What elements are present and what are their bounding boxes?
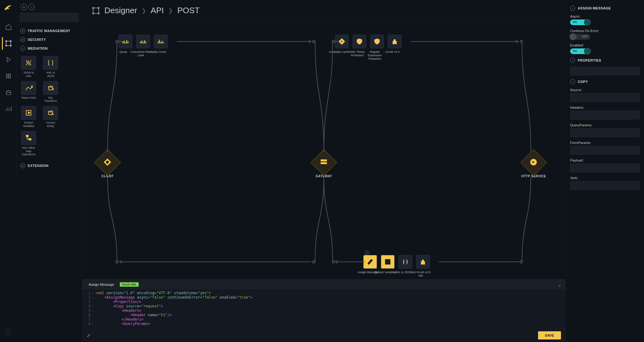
bc-designer[interactable]: Designer <box>104 6 137 15</box>
svg-point-10 <box>10 76 11 77</box>
svg-point-8 <box>6 76 7 77</box>
nav-run[interactable] <box>2 53 14 66</box>
svg-rect-17 <box>29 138 31 141</box>
flow-anchor <box>312 260 315 263</box>
flow-oauth[interactable]: OAuth v2.0 <box>386 35 403 54</box>
svg-rect-24 <box>321 159 327 161</box>
code-editor[interactable]: 1▾<xml version="1.0" encoding="UTF-8" st… <box>82 290 565 328</box>
policy-xsl-transform[interactable]: XSL Transform <box>42 81 59 103</box>
svg-point-6 <box>8 74 9 75</box>
svg-rect-27 <box>393 41 397 44</box>
properties-panel: −ASSIGN MESSAGE Async: ON Continue On Er… <box>565 0 644 342</box>
flow-anchor <box>520 260 523 263</box>
save-button[interactable]: SAVE <box>538 331 561 339</box>
collapse-icon[interactable]: − <box>570 58 575 63</box>
nav-home[interactable] <box>2 21 14 33</box>
svg-point-13 <box>10 77 11 78</box>
nav-rail: » <box>0 0 16 342</box>
enabled-toggle[interactable]: ON <box>570 48 590 54</box>
flow-anchor <box>312 40 315 43</box>
nav-designer[interactable] <box>2 37 14 50</box>
section-traffic[interactable]: +TRAFFIC MANAGEMENT <box>19 26 79 35</box>
nav-expand[interactable]: » <box>4 329 12 336</box>
source-input[interactable] <box>570 93 640 102</box>
expand-icon[interactable]: ⤢ <box>87 333 91 338</box>
collapse-code-icon[interactable]: ⌄ <box>558 282 562 288</box>
svg-rect-0 <box>6 41 11 46</box>
policy-access-entity[interactable]: Access Entity <box>42 106 59 128</box>
async-toggle[interactable]: ON <box>570 19 590 25</box>
flow-crl[interactable]: Concurrent Rate Limit <box>134 35 152 57</box>
add-button[interactable]: + <box>21 4 27 10</box>
flow-anchor <box>115 40 119 43</box>
svg-point-7 <box>10 74 11 75</box>
policy-sidebar: + − +TRAFFIC MANAGEMENT +SECURITY −MEDIA… <box>16 0 82 342</box>
flow-anchor <box>115 260 119 263</box>
section-security[interactable]: +SECURITY <box>19 35 79 44</box>
code-panel: Assign Message VALID XML ⌄ 1▾<xml versio… <box>82 279 565 342</box>
continue-on-error-toggle[interactable]: OFF <box>570 34 590 40</box>
flow-spike[interactable]: Spike Arrest <box>152 35 169 54</box>
flow-oauth-info[interactable]: Get OAuth v2.0 Info <box>414 255 432 278</box>
nav-analytics[interactable] <box>2 102 14 115</box>
section-mediation[interactable]: −MEDIATION <box>19 44 79 53</box>
svg-rect-29 <box>421 262 425 264</box>
queryparams-input[interactable] <box>570 128 640 137</box>
app-logo <box>3 3 13 13</box>
flow-canvas[interactable]: CLIENTGATEWAYHTTP SERVICEQuotaConcurrent… <box>82 23 565 279</box>
policy-json-to-xml[interactable]: JSON to XML <box>20 56 37 78</box>
payload-input[interactable] <box>570 163 640 172</box>
collapse-icon[interactable]: − <box>570 79 575 84</box>
policy-raise-fault[interactable]: Raise Fault <box>20 81 37 103</box>
flow-anchor <box>332 260 335 263</box>
flow-regex[interactable]: Regular Expression Protection <box>368 35 386 60</box>
svg-point-12 <box>8 77 9 78</box>
delete-policy-icon[interactable]: × <box>365 251 369 255</box>
breadcrumb: Designer ❯ API ❯ POST <box>82 0 565 23</box>
svg-rect-25 <box>321 162 327 164</box>
remove-button[interactable]: − <box>28 4 35 10</box>
svg-rect-16 <box>26 135 29 137</box>
policy-kvm[interactable]: Key Value Map Operations <box>20 131 37 156</box>
chevron-right-icon: ❯ <box>168 7 173 14</box>
svg-point-9 <box>8 76 9 77</box>
bc-method[interactable]: POST <box>177 6 200 15</box>
section-extension[interactable]: +EXTENSION <box>19 161 79 170</box>
policy-xml-to-json[interactable]: XML to JSON <box>42 56 59 78</box>
svg-point-11 <box>6 77 7 78</box>
code-tab[interactable]: Assign Message <box>86 281 117 288</box>
policy-extract-vars[interactable]: Extract Variables <box>20 106 37 128</box>
headers-input[interactable] <box>570 111 640 119</box>
nav-apps[interactable] <box>2 70 14 82</box>
valid-badge: VALID XML <box>120 282 139 287</box>
collapse-icon[interactable]: − <box>570 6 575 11</box>
designer-icon <box>92 7 100 15</box>
policy-search-input[interactable] <box>19 13 79 22</box>
formparams-input[interactable] <box>570 146 640 155</box>
svg-point-5 <box>6 74 7 75</box>
flow-anchor <box>520 40 523 43</box>
chevron-right-icon: ❯ <box>142 7 146 14</box>
bc-api[interactable]: API <box>151 6 164 15</box>
svg-point-14 <box>31 86 33 87</box>
svg-rect-18 <box>93 8 98 13</box>
nav-org[interactable] <box>2 86 14 99</box>
verb-input[interactable] <box>570 181 640 190</box>
flow-anchor <box>332 40 335 43</box>
properties-input[interactable] <box>570 67 640 75</box>
